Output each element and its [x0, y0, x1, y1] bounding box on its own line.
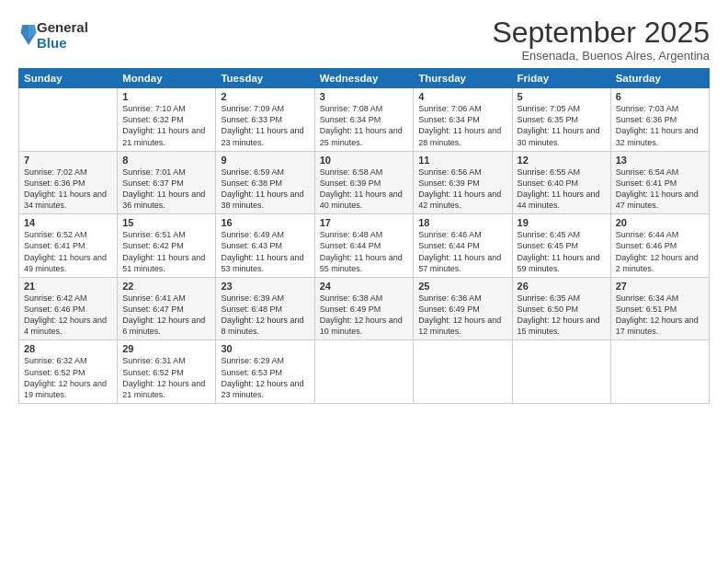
day-number: 5	[518, 91, 606, 102]
day-info: Sunrise: 6:44 AMSunset: 6:46 PMDaylight:…	[616, 229, 704, 274]
day-number: 17	[320, 217, 409, 228]
calendar-cell: 10Sunrise: 6:58 AMSunset: 6:39 PMDayligh…	[314, 151, 414, 214]
calendar-header-thursday: Thursday	[414, 69, 512, 88]
day-number: 9	[221, 155, 309, 166]
day-info: Sunrise: 6:41 AMSunset: 6:47 PMDaylight:…	[122, 293, 210, 338]
calendar-cell: 27Sunrise: 6:34 AMSunset: 6:51 PMDayligh…	[610, 277, 709, 340]
calendar-cell: 30Sunrise: 6:29 AMSunset: 6:53 PMDayligh…	[216, 340, 314, 404]
day-info: Sunrise: 6:32 AMSunset: 6:52 PMDaylight:…	[24, 355, 112, 400]
day-number: 20	[616, 217, 704, 228]
calendar-header-row: SundayMondayTuesdayWednesdayThursdayFrid…	[19, 69, 710, 88]
day-info: Sunrise: 6:34 AMSunset: 6:51 PMDaylight:…	[616, 293, 704, 338]
day-info: Sunrise: 6:38 AMSunset: 6:49 PMDaylight:…	[320, 293, 409, 338]
page: General Blue September 2025 Ensenada, Bu…	[0, 0, 728, 563]
day-info: Sunrise: 6:42 AMSunset: 6:46 PMDaylight:…	[24, 293, 112, 338]
calendar-header-wednesday: Wednesday	[314, 69, 414, 88]
calendar-cell: 7Sunrise: 7:02 AMSunset: 6:36 PMDaylight…	[19, 151, 118, 214]
day-info: Sunrise: 7:02 AMSunset: 6:36 PMDaylight:…	[24, 167, 112, 212]
day-number: 19	[518, 217, 606, 228]
calendar-header-tuesday: Tuesday	[216, 69, 314, 88]
day-info: Sunrise: 7:03 AMSunset: 6:36 PMDaylight:…	[616, 103, 704, 148]
day-info: Sunrise: 6:36 AMSunset: 6:49 PMDaylight:…	[418, 293, 506, 338]
calendar-cell: 1Sunrise: 7:10 AMSunset: 6:32 PMDaylight…	[118, 88, 216, 152]
calendar-cell: 17Sunrise: 6:48 AMSunset: 6:44 PMDayligh…	[314, 214, 414, 278]
calendar-header-sunday: Sunday	[19, 69, 118, 88]
calendar-cell: 13Sunrise: 6:54 AMSunset: 6:41 PMDayligh…	[610, 151, 709, 214]
day-info: Sunrise: 6:31 AMSunset: 6:52 PMDaylight:…	[122, 355, 210, 400]
day-info: Sunrise: 6:55 AMSunset: 6:40 PMDaylight:…	[518, 167, 606, 212]
day-info: Sunrise: 6:54 AMSunset: 6:41 PMDaylight:…	[616, 167, 704, 212]
day-number: 3	[320, 91, 409, 102]
day-info: Sunrise: 6:29 AMSunset: 6:53 PMDaylight:…	[221, 355, 309, 400]
calendar-header-friday: Friday	[512, 69, 610, 88]
day-number: 15	[122, 217, 210, 228]
calendar-cell: 28Sunrise: 6:32 AMSunset: 6:52 PMDayligh…	[19, 340, 118, 404]
calendar-cell: 21Sunrise: 6:42 AMSunset: 6:46 PMDayligh…	[19, 277, 118, 340]
calendar-cell: 2Sunrise: 7:09 AMSunset: 6:33 PMDaylight…	[216, 88, 314, 152]
calendar-cell: 11Sunrise: 6:56 AMSunset: 6:39 PMDayligh…	[414, 151, 512, 214]
calendar-cell: 6Sunrise: 7:03 AMSunset: 6:36 PMDaylight…	[610, 88, 709, 152]
day-info: Sunrise: 6:56 AMSunset: 6:39 PMDaylight:…	[418, 167, 506, 212]
logo-text: General Blue	[37, 20, 88, 51]
calendar-cell	[610, 340, 709, 404]
day-info: Sunrise: 6:49 AMSunset: 6:43 PMDaylight:…	[221, 229, 309, 274]
day-number: 25	[418, 281, 506, 292]
day-number: 13	[616, 155, 704, 166]
calendar-cell: 26Sunrise: 6:35 AMSunset: 6:50 PMDayligh…	[512, 277, 610, 340]
calendar-cell	[314, 340, 414, 404]
calendar-cell	[414, 340, 512, 404]
main-title: September 2025	[492, 17, 710, 49]
day-number: 28	[24, 343, 112, 354]
day-info: Sunrise: 7:09 AMSunset: 6:33 PMDaylight:…	[221, 103, 309, 148]
calendar-cell: 29Sunrise: 6:31 AMSunset: 6:52 PMDayligh…	[118, 340, 216, 404]
calendar-week-row: 7Sunrise: 7:02 AMSunset: 6:36 PMDaylight…	[19, 151, 710, 214]
day-info: Sunrise: 6:45 AMSunset: 6:45 PMDaylight:…	[518, 229, 606, 274]
day-info: Sunrise: 6:58 AMSunset: 6:39 PMDaylight:…	[320, 167, 409, 212]
calendar-cell: 18Sunrise: 6:46 AMSunset: 6:44 PMDayligh…	[414, 214, 512, 278]
day-number: 4	[418, 91, 506, 102]
calendar-cell: 22Sunrise: 6:41 AMSunset: 6:47 PMDayligh…	[118, 277, 216, 340]
calendar-cell: 12Sunrise: 6:55 AMSunset: 6:40 PMDayligh…	[512, 151, 610, 214]
calendar-cell: 25Sunrise: 6:36 AMSunset: 6:49 PMDayligh…	[414, 277, 512, 340]
day-info: Sunrise: 7:10 AMSunset: 6:32 PMDaylight:…	[122, 103, 210, 148]
calendar-cell: 19Sunrise: 6:45 AMSunset: 6:45 PMDayligh…	[512, 214, 610, 278]
calendar-cell: 9Sunrise: 6:59 AMSunset: 6:38 PMDaylight…	[216, 151, 314, 214]
day-number: 23	[221, 281, 309, 292]
title-block: September 2025 Ensenada, Buenos Aires, A…	[492, 17, 710, 63]
day-number: 6	[616, 91, 704, 102]
logo-blue: Blue	[37, 36, 88, 52]
calendar-cell: 3Sunrise: 7:08 AMSunset: 6:34 PMDaylight…	[314, 88, 414, 152]
day-info: Sunrise: 6:48 AMSunset: 6:44 PMDaylight:…	[320, 229, 409, 274]
calendar-cell: 24Sunrise: 6:38 AMSunset: 6:49 PMDayligh…	[314, 277, 414, 340]
calendar-week-row: 21Sunrise: 6:42 AMSunset: 6:46 PMDayligh…	[19, 277, 710, 340]
calendar-cell: 23Sunrise: 6:39 AMSunset: 6:48 PMDayligh…	[216, 277, 314, 340]
logo: General Blue	[18, 20, 88, 51]
day-info: Sunrise: 6:52 AMSunset: 6:41 PMDaylight:…	[24, 229, 112, 274]
calendar-cell	[512, 340, 610, 404]
day-info: Sunrise: 6:39 AMSunset: 6:48 PMDaylight:…	[221, 293, 309, 338]
day-number: 26	[518, 281, 606, 292]
calendar-week-row: 14Sunrise: 6:52 AMSunset: 6:41 PMDayligh…	[19, 214, 710, 278]
day-info: Sunrise: 7:01 AMSunset: 6:37 PMDaylight:…	[122, 167, 210, 212]
subtitle: Ensenada, Buenos Aires, Argentina	[492, 49, 710, 63]
day-number: 27	[616, 281, 704, 292]
day-info: Sunrise: 6:51 AMSunset: 6:42 PMDaylight:…	[122, 229, 210, 274]
day-info: Sunrise: 6:35 AMSunset: 6:50 PMDaylight:…	[518, 293, 606, 338]
calendar-cell	[19, 88, 118, 152]
day-info: Sunrise: 7:08 AMSunset: 6:34 PMDaylight:…	[320, 103, 409, 148]
calendar-week-row: 1Sunrise: 7:10 AMSunset: 6:32 PMDaylight…	[19, 88, 710, 152]
calendar-header-monday: Monday	[118, 69, 216, 88]
day-number: 24	[320, 281, 409, 292]
calendar-cell: 14Sunrise: 6:52 AMSunset: 6:41 PMDayligh…	[19, 214, 118, 278]
day-info: Sunrise: 7:06 AMSunset: 6:34 PMDaylight:…	[418, 103, 506, 148]
day-number: 2	[221, 91, 309, 102]
day-number: 29	[122, 343, 210, 354]
day-info: Sunrise: 6:59 AMSunset: 6:38 PMDaylight:…	[221, 167, 309, 212]
logo-icon	[20, 25, 37, 45]
day-number: 7	[24, 155, 112, 166]
day-number: 11	[418, 155, 506, 166]
day-number: 21	[24, 281, 112, 292]
logo-general: General	[37, 20, 88, 36]
header: General Blue September 2025 Ensenada, Bu…	[18, 17, 710, 63]
calendar-week-row: 28Sunrise: 6:32 AMSunset: 6:52 PMDayligh…	[19, 340, 710, 404]
